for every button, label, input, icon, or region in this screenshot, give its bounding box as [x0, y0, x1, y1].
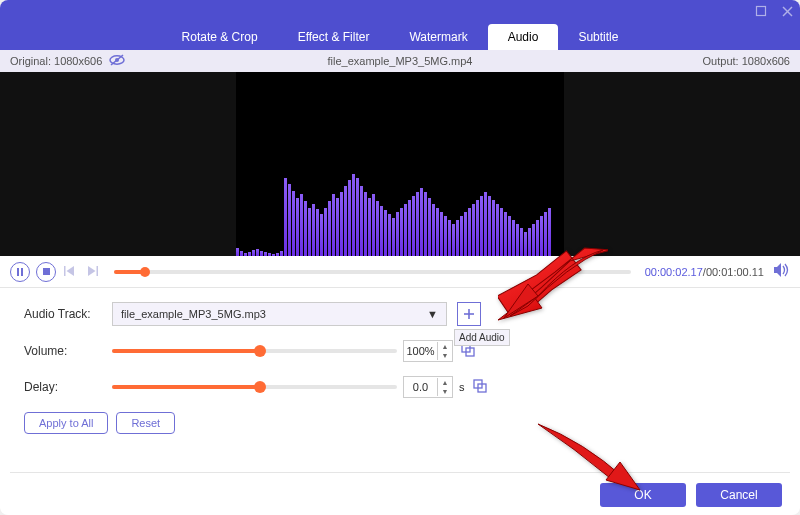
ok-button[interactable]: OK [600, 483, 686, 507]
tab-subtitle[interactable]: Subtitle [558, 24, 638, 50]
time-display: 00:00:02.17/00:01:00.11 [645, 266, 764, 278]
svg-rect-7 [21, 268, 23, 276]
tab-rotate-crop[interactable]: Rotate & Crop [162, 24, 278, 50]
volume-up-icon[interactable]: ▲ [438, 342, 452, 351]
delay-copy-button[interactable] [473, 379, 487, 396]
original-dimensions: Original: 1080x606 [10, 55, 102, 67]
square-icon [755, 5, 767, 17]
volume-button[interactable] [774, 263, 790, 280]
stop-icon [43, 268, 50, 275]
skip-back-icon [64, 266, 76, 276]
speaker-icon [774, 263, 790, 277]
pause-button[interactable] [10, 262, 30, 282]
footer-divider [10, 472, 790, 473]
add-audio-tooltip: Add Audio [454, 329, 510, 346]
svg-rect-6 [17, 268, 19, 276]
reset-button[interactable]: Reset [116, 412, 175, 434]
volume-down-icon[interactable]: ▼ [438, 351, 452, 360]
chevron-down-icon: ▼ [427, 308, 438, 320]
delay-up-icon[interactable]: ▲ [438, 378, 452, 387]
plus-icon [463, 308, 475, 320]
volume-label: Volume: [24, 344, 112, 358]
output-dimensions: Output: 1080x606 [703, 55, 790, 67]
delay-unit: s [459, 381, 465, 393]
tab-watermark[interactable]: Watermark [389, 24, 487, 50]
preview-canvas [236, 72, 564, 256]
playback-progress[interactable] [114, 270, 631, 274]
svg-rect-8 [43, 268, 50, 275]
skip-forward-icon [86, 266, 98, 276]
delay-value: 0.0 [404, 381, 437, 393]
delay-fill [112, 385, 260, 389]
waveform-visualization [236, 156, 564, 256]
volume-slider[interactable] [112, 349, 397, 353]
volume-knob[interactable] [254, 345, 266, 357]
apply-to-all-button[interactable]: Apply to All [24, 412, 108, 434]
delay-down-icon[interactable]: ▼ [438, 387, 452, 396]
delay-slider[interactable] [112, 385, 397, 389]
audio-settings: Audio Track: file_example_MP3_5MG.mp3 ▼ … [0, 288, 800, 438]
close-icon [782, 6, 793, 17]
audio-track-value: file_example_MP3_5MG.mp3 [121, 308, 266, 320]
playback-controls: 00:00:02.17/00:01:00.11 [0, 256, 800, 288]
copy-icon [473, 379, 487, 393]
total-time: 00:01:00.11 [706, 266, 764, 278]
stop-button[interactable] [36, 262, 56, 282]
tab-bar: Rotate & Crop Effect & Filter Watermark … [0, 22, 800, 50]
delay-knob[interactable] [254, 381, 266, 393]
svg-marker-11 [88, 266, 96, 276]
audio-track-dropdown[interactable]: file_example_MP3_5MG.mp3 ▼ [112, 302, 447, 326]
info-bar: Original: 1080x606 file_example_MP3_5MG.… [0, 50, 800, 72]
svg-rect-12 [97, 266, 99, 276]
delay-label: Delay: [24, 380, 112, 394]
svg-rect-9 [64, 266, 66, 276]
pause-icon [16, 268, 24, 276]
svg-rect-0 [757, 7, 766, 16]
volume-spinner[interactable]: 100% ▲▼ [403, 340, 453, 362]
volume-value: 100% [404, 345, 437, 357]
svg-marker-10 [67, 266, 75, 276]
close-button[interactable] [780, 4, 794, 18]
footer-buttons: OK Cancel [600, 483, 782, 507]
volume-fill [112, 349, 260, 353]
minimize-button[interactable] [754, 4, 768, 18]
tab-effect-filter[interactable]: Effect & Filter [278, 24, 390, 50]
filename-label: file_example_MP3_5MG.mp4 [328, 55, 473, 67]
preview-toggle-icon[interactable] [108, 53, 126, 69]
cancel-button[interactable]: Cancel [696, 483, 782, 507]
title-bar [0, 0, 800, 22]
preview-area [0, 72, 800, 256]
delay-spinner[interactable]: 0.0 ▲▼ [403, 376, 453, 398]
current-time: 00:00:02.17 [645, 266, 703, 278]
audio-track-label: Audio Track: [24, 307, 112, 321]
progress-knob[interactable] [140, 267, 150, 277]
tab-audio[interactable]: Audio [488, 24, 559, 50]
prev-button[interactable] [62, 265, 78, 279]
add-audio-button[interactable]: Add Audio [457, 302, 481, 326]
svg-marker-13 [774, 263, 781, 277]
next-button[interactable] [84, 265, 100, 279]
editor-window: Rotate & Crop Effect & Filter Watermark … [0, 0, 800, 515]
